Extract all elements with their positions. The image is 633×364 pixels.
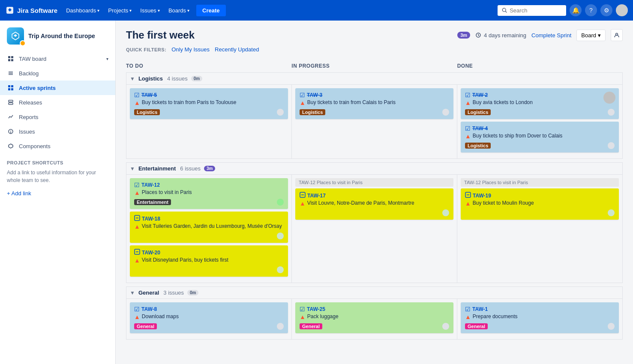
days-remaining: 4 days remaining: [484, 32, 526, 39]
priority-icon-taw25: ▲: [300, 313, 306, 320]
user-avatar-taw2: [603, 92, 615, 104]
card-footer-taw4: Logistics: [465, 142, 615, 149]
general-todo-cell: ☑ TAW-8 ▲ Download maps General: [126, 299, 291, 339]
priority-icon-taw18: ▲: [134, 223, 140, 230]
sidebar-item-issues[interactable]: Issues: [0, 124, 115, 139]
sidebar-item-components[interactable]: Components: [0, 139, 115, 153]
card-id-taw8: TAW-8: [141, 306, 157, 312]
kanban-board: To Do In Progress Done: [126, 60, 623, 72]
parent-header-taw17: TAW-12 Places to visit in Paris: [295, 178, 453, 187]
settings-icon[interactable]: ⚙: [600, 4, 612, 16]
card-dot-taw8: [277, 323, 284, 330]
swimlane-toggle-logistics: ▼: [130, 76, 135, 82]
checkbox-icon-taw8: ☑: [134, 306, 140, 313]
swimlane-row-logistics: ☑ TAW-5 ▲ Buy tickets to train from Pari…: [126, 85, 623, 159]
card-id-taw20: TAW-20: [142, 250, 160, 256]
card-title-taw2: ▲ Buy avia tickets to London: [465, 99, 615, 106]
project-icon: [7, 27, 24, 45]
card-taw4[interactable]: ☑ TAW-4 ▲ Buy tickets to ship from Dover…: [461, 122, 619, 152]
general-done-cell: ☑ TAW-1 ▲ Prepare documents General: [457, 299, 622, 339]
sidebar-item-active-sprints[interactable]: Active sprints: [0, 81, 115, 95]
card-taw17[interactable]: TAW-17 ▲ Visit Louvre, Notre-Dame de Par…: [295, 188, 453, 220]
task-icon-taw20: [134, 249, 140, 256]
card-taw5[interactable]: ☑ TAW-5 ▲ Buy tickets to train from Pari…: [130, 88, 288, 119]
card-taw20[interactable]: TAW-20 ▲ Visit Disneyland Paris, buy tic…: [130, 245, 288, 277]
main-content: The first week 3m 4 days remaining Compl…: [116, 21, 633, 364]
card-dot-taw4: [608, 142, 615, 149]
boards-menu[interactable]: Boards ▾: [165, 5, 193, 16]
swimlane-header-general[interactable]: ▼ General 3 issues 0m: [126, 286, 623, 299]
card-footer-taw25: General: [300, 323, 449, 330]
board-header: The first week 3m 4 days remaining Compl…: [126, 29, 623, 41]
checkbox-icon-taw2: ☑: [465, 92, 471, 98]
column-done: Done: [457, 60, 623, 72]
projects-caret: ▾: [129, 8, 132, 13]
swimlane-time-entertainment: 3m: [204, 166, 215, 171]
swimlane-header-entertainment[interactable]: ▼ Entertainment 6 issues 3m: [126, 162, 623, 175]
svg-point-18: [11, 132, 11, 133]
svg-rect-4: [11, 56, 13, 58]
card-label-taw4: Logistics: [465, 143, 491, 149]
issues-caret: ▾: [158, 8, 160, 13]
filter-only-my-issues[interactable]: Only My Issues: [171, 46, 210, 53]
card-title-taw25: ▲ Pack luggage: [300, 313, 449, 320]
card-taw8[interactable]: ☑ TAW-8 ▲ Download maps General: [130, 302, 288, 333]
logo[interactable]: Jira Software: [5, 6, 57, 15]
filter-recently-updated[interactable]: Recently Updated: [215, 46, 259, 53]
board-dropdown-button[interactable]: Board ▾: [576, 30, 606, 41]
quick-filters: QUICK FILTERS: Only My Issues Recently U…: [126, 46, 623, 53]
user-filter-button[interactable]: [611, 29, 623, 41]
card-taw25[interactable]: ☑ TAW-25 ▲ Pack luggage General: [295, 302, 453, 333]
reports-icon: [7, 113, 15, 121]
sidebar-item-backlog[interactable]: Backlog: [0, 66, 115, 81]
card-taw2[interactable]: ☑ TAW-2 ▲ Buy avia tickets to London Log…: [461, 88, 619, 119]
svg-rect-11: [11, 85, 13, 87]
card-taw12[interactable]: ☑ TAW-12 ▲ Places to visit in Paris Ente…: [130, 178, 288, 209]
card-label-taw3: Logistics: [300, 109, 325, 115]
card-title-taw8: ▲ Download maps: [134, 313, 284, 320]
search-box[interactable]: [498, 5, 566, 16]
projects-menu[interactable]: Projects ▾: [105, 5, 135, 16]
dashboards-menu[interactable]: Dashboards ▾: [63, 5, 103, 16]
sprint-info: 4 days remaining: [475, 32, 526, 39]
card-footer-taw20: [134, 266, 284, 273]
quick-filters-label: QUICK FILTERS:: [126, 47, 166, 52]
complete-sprint-button[interactable]: Complete Sprint: [531, 32, 571, 39]
logo-text: Jira Software: [17, 7, 57, 14]
swimlane-row-entertainment: ☑ TAW-12 ▲ Places to visit in Paris Ente…: [126, 175, 623, 283]
issues-menu[interactable]: Issues ▾: [137, 5, 163, 16]
card-title-taw17: ▲ Visit Louvre, Notre-Dame de Paris, Mon…: [300, 200, 449, 207]
shortcuts-description: Add a link to useful information for you…: [0, 167, 115, 188]
sidebar-item-reports[interactable]: Reports: [0, 110, 115, 124]
help-icon[interactable]: ?: [585, 4, 597, 16]
svg-point-1: [502, 8, 506, 12]
svg-rect-5: [8, 59, 10, 61]
grid-icon: [7, 55, 15, 63]
card-footer-taw12: Entertainment: [134, 199, 284, 206]
user-avatar[interactable]: [616, 4, 628, 16]
topnav-right: 🔔 ? ⚙: [498, 4, 628, 16]
add-link-button[interactable]: + Add link: [0, 188, 115, 199]
swimlane-header-logistics[interactable]: ▼ Logistics 4 issues 0m: [126, 72, 623, 85]
sidebar-item-taw-board[interactable]: TAW board ▾: [0, 51, 115, 66]
checkbox-icon-taw25: ☑: [300, 306, 305, 313]
create-button[interactable]: Create: [196, 5, 225, 16]
card-taw3[interactable]: ☑ TAW-3 ▲ Buy tickets to train from Cala…: [295, 88, 453, 119]
svg-rect-14: [9, 100, 13, 102]
priority-icon-taw1: ▲: [465, 313, 471, 320]
card-taw19[interactable]: TAW-19 ▲ Buy ticket to Moulin Rouge: [461, 188, 619, 220]
swimlane-logistics: ▼ Logistics 4 issues 0m ☑ TAW-5 ▲ Buy: [126, 72, 623, 159]
notifications-icon[interactable]: 🔔: [570, 4, 582, 16]
card-taw18[interactable]: TAW-18 ▲ Visit Tuileries Garden, Jardin …: [130, 212, 288, 243]
card-dot-taw18: [277, 233, 284, 239]
card-label-taw12: Entertainment: [134, 199, 171, 205]
sidebar: Trip Around the Europe TAW board ▾ Backl…: [0, 21, 116, 364]
taw-board-caret: ▾: [106, 57, 108, 61]
card-title-taw19: ▲ Buy ticket to Moulin Rouge: [465, 200, 615, 207]
sidebar-item-releases[interactable]: Releases: [0, 95, 115, 110]
search-input[interactable]: [510, 7, 562, 14]
parent-header-taw19: TAW-12 Places to visit in Paris: [461, 178, 619, 187]
card-dot-taw12: [277, 199, 284, 206]
card-taw1[interactable]: ☑ TAW-1 ▲ Prepare documents General: [461, 302, 619, 333]
entertainment-inprogress-cell: TAW-12 Places to visit in Paris TAW-17 ▲…: [291, 175, 457, 283]
